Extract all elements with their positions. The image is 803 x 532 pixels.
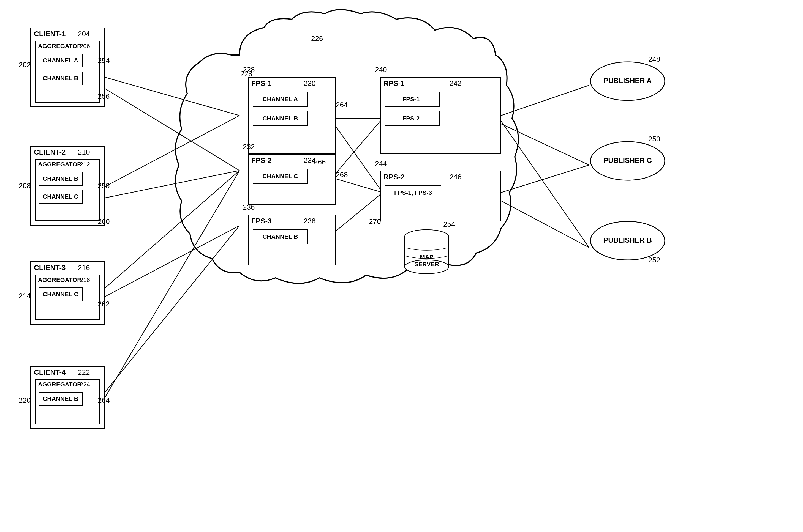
- publisherC-container: PUBLISHER C 250: [589, 140, 666, 182]
- fps1-outer: FPS-1 230 228 CHANNEL A CHANNEL B: [248, 77, 336, 154]
- rps2-row1-fps: FPS-1, FPS-3: [385, 185, 441, 200]
- rps1-label: RPS-1: [383, 79, 405, 88]
- client1-channelB: CHANNEL B: [39, 72, 83, 85]
- client2-label: CLIENT-2: [34, 148, 66, 156]
- line-254: [104, 77, 239, 116]
- client4-ref: 222: [78, 368, 90, 377]
- client1-agg-label: AGGREGATOR: [38, 43, 81, 50]
- line-258b: [104, 171, 239, 289]
- client1-outer: CLIENT-1 204 AGGREGATOR 206 CHANNEL A CH…: [30, 27, 105, 107]
- fps3-ref: 238: [304, 217, 315, 225]
- line-256b: [104, 116, 239, 187]
- svg-text:MAP: MAP: [420, 254, 434, 261]
- fps3-outer-ref-label: 236: [243, 203, 255, 211]
- rps1-outer-ref-label: 240: [375, 65, 387, 74]
- conn-ref-266: 266: [314, 158, 326, 167]
- client1-channelA: CHANNEL A: [39, 54, 83, 68]
- fps2-channelC-label: CHANNEL C: [262, 173, 298, 180]
- conn-ref-264-top: 264: [98, 396, 110, 405]
- rps2-label: RPS-2: [383, 173, 405, 181]
- line-rps2-pubC: [501, 165, 589, 193]
- client1-agg-ref: 206: [80, 43, 90, 50]
- outer-ref-202: 202: [19, 60, 31, 69]
- line-256: [104, 88, 239, 171]
- map-server-container: MAP SERVER 254: [399, 226, 454, 281]
- line-260: [104, 226, 239, 297]
- fps2-outer-ref-label: 232: [243, 142, 255, 151]
- map-server-ref: 254: [443, 220, 455, 229]
- client1-channelB-label: CHANNEL B: [43, 75, 78, 82]
- client4-channelB-label: CHANNEL B: [43, 395, 78, 402]
- client4-aggregator: AGGREGATOR 224 CHANNEL B: [35, 379, 100, 424]
- conn-ref-260: 260: [98, 217, 110, 226]
- line-262: [104, 226, 239, 393]
- line-fps2-rps2: [336, 179, 383, 193]
- line-rps1-pubC: [501, 124, 589, 165]
- client1-aggregator: AGGREGATOR 206 CHANNEL A CHANNEL B: [35, 41, 100, 102]
- outer-ref-208: 208: [19, 182, 31, 190]
- client4-channelB: CHANNEL B: [39, 392, 83, 406]
- conn-ref-258: 258: [98, 182, 110, 190]
- client3-channelC-label: CHANNEL C: [43, 291, 78, 298]
- rps2-ref: 246: [450, 173, 461, 181]
- fps1-ref: 230: [304, 79, 315, 88]
- map-server-svg: MAP SERVER: [399, 226, 803, 532]
- line-258: [104, 171, 239, 198]
- line-264: [104, 171, 239, 399]
- fps1-outer-ref-label: 228: [243, 65, 255, 74]
- fps1-channelA: CHANNEL A: [253, 92, 308, 107]
- client3-aggregator: AGGREGATOR 218 CHANNEL C: [35, 274, 100, 320]
- client2-agg-ref: 212: [80, 161, 90, 168]
- conn-ref-264-fps: 264: [336, 101, 348, 109]
- client3-channelC: CHANNEL C: [39, 287, 83, 301]
- client3-outer: CLIENT-3 216 AGGREGATOR 218 CHANNEL C: [30, 261, 105, 325]
- rps1-row2-fps-label: FPS-2: [402, 115, 420, 122]
- fps3-outer: FPS-3 238 CHANNEL B: [248, 214, 336, 265]
- client1-ref: 204: [78, 30, 90, 38]
- rps1-row1-fps: FPS-1: [385, 92, 437, 107]
- rps1-row2-fps: FPS-2: [385, 111, 437, 126]
- client1-label: CLIENT-1: [34, 30, 66, 38]
- conn-ref-254: 254: [98, 56, 110, 65]
- client3-ref: 216: [78, 264, 90, 272]
- client3-agg-label: AGGREGATOR: [38, 277, 81, 284]
- client3-label: CLIENT-3: [34, 264, 66, 272]
- rps2-row1-fps-label: FPS-1, FPS-3: [394, 189, 432, 196]
- publisherA-ref: 248: [648, 55, 660, 63]
- rps2-outer-ref-label: 244: [375, 159, 387, 168]
- fps1-channelA-label: CHANNEL A: [262, 96, 298, 103]
- svg-text:SERVER: SERVER: [414, 261, 439, 268]
- client2-channelC-label: CHANNEL C: [43, 193, 78, 200]
- client2-channelB: CHANNEL B: [39, 172, 83, 186]
- outer-ref-214: 214: [19, 291, 31, 300]
- client2-outer: CLIENT-2 210 AGGREGATOR 212 CHANNEL B CH…: [30, 146, 105, 226]
- client2-agg-label: AGGREGATOR: [38, 161, 81, 168]
- conn-ref-262: 262: [98, 300, 110, 308]
- publisherC-ref: 250: [648, 135, 660, 143]
- client2-channelC: CHANNEL C: [39, 190, 83, 204]
- fps3-channelB-label: CHANNEL B: [262, 233, 298, 241]
- rps1-ref: 242: [450, 79, 461, 88]
- client2-channelB-label: CHANNEL B: [43, 175, 78, 183]
- fps1-label: FPS-1: [251, 79, 272, 88]
- client4-outer: CLIENT-4 222 AGGREGATOR 224 CHANNEL B: [30, 366, 105, 429]
- svg-text:PUBLISHER A: PUBLISHER A: [603, 76, 652, 85]
- rps1-row1-fps-label: FPS-1: [402, 96, 420, 103]
- fps1-channelB: CHANNEL B: [253, 111, 308, 126]
- client3-agg-ref: 218: [80, 277, 90, 284]
- diagram: CLIENT-1 204 AGGREGATOR 206 CHANNEL A CH…: [0, 0, 803, 532]
- fps3-label: FPS-3: [251, 217, 272, 225]
- publisherA-container: PUBLISHER A 248: [589, 60, 666, 102]
- outer-ref-220: 220: [19, 396, 31, 405]
- conn-ref-268: 268: [336, 171, 348, 179]
- rps2-outer: RPS-2 246 CHANNEL B FPS-1, FPS-3: [380, 171, 501, 222]
- fps3-channelB: CHANNEL B: [253, 229, 308, 244]
- conn-ref-270: 270: [369, 217, 381, 226]
- rps1-outer: RPS-1 242 CHANNEL A FPS-1 CHANNEL C FPS-…: [380, 77, 501, 154]
- client4-label: CLIENT-4: [34, 368, 66, 377]
- fps2-label: FPS-2: [251, 156, 272, 165]
- fps1-channelB-label: CHANNEL B: [262, 115, 298, 122]
- client4-agg-label: AGGREGATOR: [38, 381, 81, 388]
- client4-agg-ref: 224: [80, 381, 90, 388]
- cloud-ref: 226: [311, 34, 323, 43]
